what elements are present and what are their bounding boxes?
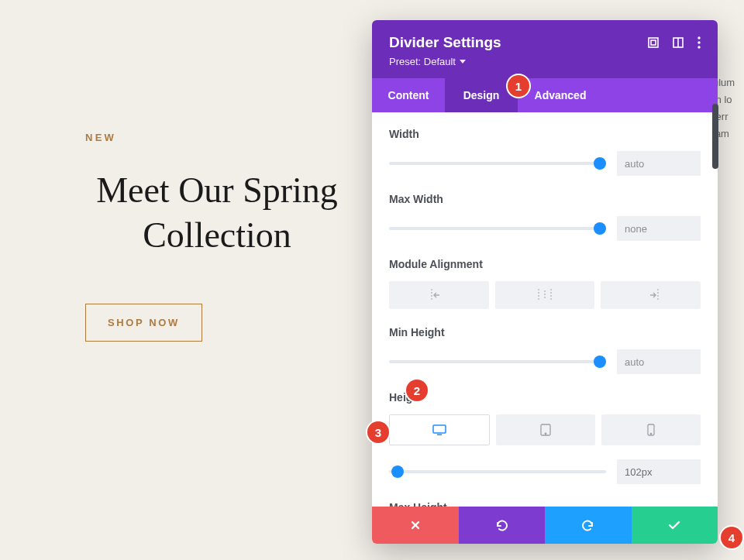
max-height-group: Max Height — [389, 501, 701, 507]
tab-design[interactable]: Design — [445, 78, 518, 112]
min-height-group: Min Height — [389, 326, 701, 374]
svg-point-7 — [698, 46, 700, 48]
max-width-label: Max Width — [389, 193, 701, 205]
panel-header: Divider Settings — [372, 20, 718, 112]
slider-thumb[interactable] — [594, 222, 606, 235]
align-center-button[interactable] — [495, 281, 595, 309]
slider-thumb[interactable] — [391, 466, 404, 478]
tab-content[interactable]: Content — [372, 78, 445, 112]
min-height-input[interactable] — [617, 349, 701, 374]
redo-button[interactable] — [545, 507, 632, 544]
svg-point-5 — [698, 36, 700, 39]
alignment-label: Module Alignment — [389, 258, 701, 270]
divider-settings-panel: Divider Settings — [372, 20, 718, 544]
height-slider[interactable] — [389, 470, 606, 473]
cancel-button[interactable] — [372, 507, 459, 544]
svg-rect-1 — [649, 38, 658, 47]
max-width-group: Max Width — [389, 193, 701, 241]
hero-section: NEW Meet Our Spring Collection SHOP NOW — [85, 132, 349, 342]
shop-now-button[interactable]: SHOP NOW — [85, 304, 202, 342]
tab-advanced[interactable]: Advanced — [518, 78, 603, 112]
panel-footer — [372, 507, 718, 544]
save-button[interactable] — [632, 507, 718, 544]
svg-rect-13 — [433, 425, 446, 433]
eyebrow: NEW — [85, 132, 349, 143]
align-right-button[interactable] — [601, 281, 701, 309]
device-tablet-button[interactable] — [496, 414, 595, 445]
svg-point-18 — [650, 433, 651, 434]
width-slider[interactable] — [389, 162, 606, 165]
columns-icon[interactable] — [673, 37, 684, 48]
width-group: Width — [389, 128, 701, 176]
max-height-label: Max Height — [389, 501, 701, 507]
svg-rect-2 — [651, 40, 656, 45]
min-height-slider[interactable] — [389, 360, 606, 363]
panel-title: Divider Settings — [389, 34, 501, 51]
width-label: Width — [389, 128, 701, 140]
preset-dropdown[interactable]: Preset: Default — [389, 56, 466, 67]
height-group: Height — [389, 391, 701, 484]
height-input[interactable] — [617, 459, 701, 484]
annotation-badge-1: 1 — [508, 75, 529, 97]
undo-button[interactable] — [459, 507, 546, 544]
annotation-badge-3: 3 — [367, 421, 389, 443]
headline: Meet Our Spring Collection — [85, 168, 349, 257]
device-phone-button[interactable] — [601, 414, 701, 445]
slider-thumb[interactable] — [594, 157, 606, 170]
alignment-group: Module Alignment — [389, 258, 701, 309]
scrollbar-thumb[interactable] — [712, 104, 718, 169]
device-desktop-button[interactable] — [389, 414, 490, 445]
align-left-button[interactable] — [389, 281, 489, 309]
max-width-slider[interactable] — [389, 227, 606, 230]
annotation-badge-4: 4 — [721, 527, 742, 548]
expand-icon[interactable] — [648, 37, 659, 48]
height-label: Height — [389, 391, 701, 404]
slider-thumb[interactable] — [594, 356, 606, 368]
width-input[interactable] — [617, 151, 701, 176]
annotation-badge-2: 2 — [406, 380, 428, 401]
scroll-track[interactable] — [712, 19, 718, 398]
svg-point-16 — [545, 433, 546, 435]
min-height-label: Min Height — [389, 326, 701, 338]
max-width-input[interactable] — [617, 216, 701, 241]
menu-icon[interactable] — [698, 36, 701, 49]
svg-point-6 — [698, 41, 700, 43]
chevron-down-icon — [460, 60, 466, 64]
preset-label: Preset: Default — [389, 56, 456, 67]
panel-body: Width Max Width Module Alignment — [372, 112, 718, 507]
